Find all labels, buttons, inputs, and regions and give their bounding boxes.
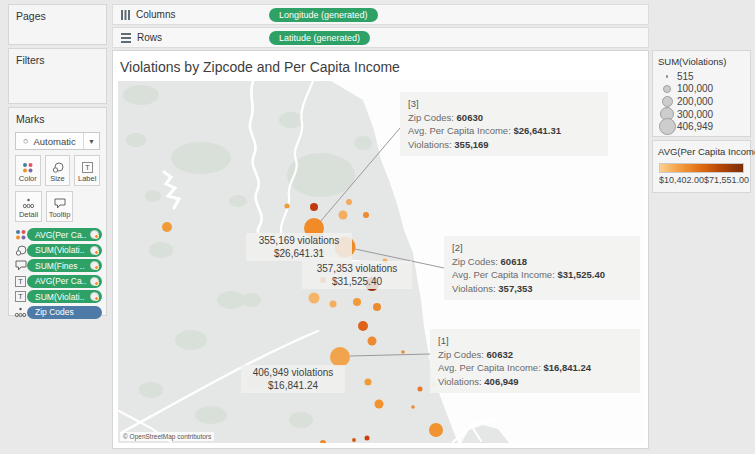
mark-type-label: Automatic	[33, 136, 83, 147]
zipcode-bubble[interactable]	[365, 379, 372, 386]
color-legend-card[interactable]: AVG(Per Capita Income) $10,402.00 $71,55…	[652, 140, 751, 193]
zipcode-bubble[interactable]	[411, 405, 415, 409]
size-legend-card[interactable]: SUM(Violations) 515100,000200,000300,000…	[652, 50, 751, 137]
blend-indicator-icon	[90, 292, 99, 301]
marks-pill[interactable]: SUM(Violati..	[27, 290, 102, 303]
rows-label: Rows	[137, 32, 162, 43]
color-icon	[22, 162, 33, 173]
zipcode-bubble[interactable]	[285, 204, 290, 209]
circle-mark-icon: ○	[23, 136, 28, 146]
zipcode-bubble[interactable]	[330, 301, 337, 308]
chevron-down-icon[interactable]: ▼	[83, 133, 99, 149]
marks-pill-row: TAVG(Per Ca..	[9, 274, 106, 290]
zipcode-bubble[interactable]	[310, 203, 318, 211]
zipcode-bubble[interactable]	[309, 293, 320, 304]
marks-pill[interactable]: SUM(Violati..	[27, 244, 102, 257]
detail-icon	[15, 307, 26, 318]
zipcode-bubble[interactable]	[375, 400, 384, 409]
blend-indicator-icon	[90, 246, 99, 255]
color-legend-min: $10,402.00	[659, 175, 704, 185]
mark-label: 355,169 violations$26,641.31	[246, 233, 352, 261]
worksheet: Violations by Zipcode and Per Capita Inc…	[112, 50, 649, 449]
rows-shelf[interactable]: Rows Latitude (generated)	[112, 27, 649, 48]
svg-text:T: T	[18, 293, 23, 302]
zipcode-bubble[interactable]	[339, 211, 348, 220]
label-icon: T	[15, 276, 26, 287]
marks-buttons-row1: ColorSizeTLabel	[15, 155, 100, 186]
columns-pill-longitude[interactable]: Longitude (generated)	[269, 8, 378, 22]
annotation-rank: [1]	[438, 334, 632, 348]
size-legend-item[interactable]: 406,949	[657, 120, 746, 133]
columns-icon	[121, 10, 130, 20]
size-legend-item[interactable]: 515	[657, 70, 746, 83]
detail-icon	[23, 198, 34, 209]
size-legend-dot	[659, 118, 676, 135]
filters-shelf[interactable]: Filters	[8, 48, 107, 104]
tooltip-icon	[54, 198, 66, 209]
blend-indicator-icon	[90, 230, 99, 239]
zipcode-bubble[interactable]	[401, 350, 405, 354]
marks-pill[interactable]: AVG(Per Ca..	[27, 275, 102, 288]
blend-indicator-icon	[90, 277, 99, 286]
size-legend-title: SUM(Violations)	[653, 51, 750, 70]
color-icon	[15, 229, 26, 240]
zipcode-bubble[interactable]	[358, 321, 368, 331]
svg-text:T: T	[18, 277, 23, 286]
zipcode-bubble[interactable]	[373, 303, 381, 311]
color-button[interactable]: Color	[15, 155, 41, 186]
map-view[interactable]: 355,169 violations$26,641.31357,353 viol…	[118, 81, 644, 443]
annotation-box-60632[interactable]: [1]Zip Codes: 60632Avg. Per Capita Incom…	[430, 329, 640, 393]
marks-pills: AVG(Per Ca..SUM(Violati..SUM(Fines ..TAV…	[9, 227, 106, 320]
map-attribution: © OpenStreetMap contributors	[120, 432, 214, 441]
zipcode-bubble[interactable]	[418, 387, 423, 392]
pages-shelf[interactable]: Pages	[8, 4, 107, 45]
rows-icon	[121, 33, 131, 43]
zipcode-bubble[interactable]	[162, 222, 172, 232]
tooltip-icon	[15, 260, 27, 271]
marks-pill[interactable]: SUM(Fines ..	[27, 259, 102, 272]
size-legend-item[interactable]: 100,000	[657, 83, 746, 96]
zipcode-bubble[interactable]	[352, 438, 356, 442]
color-legend-max: $71,551.00	[704, 175, 749, 185]
marks-pill-row: AVG(Per Ca..	[9, 227, 106, 243]
rows-pill-latitude[interactable]: Latitude (generated)	[269, 31, 370, 45]
color-legend-title: AVG(Per Capita Income)	[653, 141, 750, 160]
marks-pill[interactable]: AVG(Per Ca..	[27, 228, 102, 241]
marks-pill-row: TSUM(Violati..	[9, 289, 106, 305]
blend-indicator-icon	[90, 261, 99, 270]
pages-title: Pages	[9, 5, 106, 25]
size-legend-item[interactable]: 200,000	[657, 95, 746, 108]
filters-title: Filters	[9, 49, 106, 69]
zipcode-bubble[interactable]	[365, 436, 370, 441]
size-legend-rows: 515100,000200,000300,000406,949	[653, 70, 750, 133]
tooltip-button[interactable]: Tooltip	[46, 191, 73, 222]
columns-label: Columns	[136, 9, 175, 20]
zipcode-bubble[interactable]	[346, 199, 352, 205]
color-legend-range: $10,402.00 $71,551.00	[653, 175, 750, 185]
marks-buttons-row2: DetailTooltip	[15, 191, 100, 222]
zipcode-bubble[interactable]	[363, 212, 369, 218]
size-legend-dot	[666, 75, 669, 78]
sheet-title: Violations by Zipcode and Per Capita Inc…	[113, 51, 648, 75]
zipcode-bubble[interactable]	[368, 337, 377, 346]
zipcode-bubble[interactable]	[330, 347, 350, 367]
svg-text:T: T	[85, 163, 90, 172]
mark-label: 406,949 violations$16,841.24	[241, 365, 345, 393]
label-icon: T	[82, 162, 93, 173]
detail-button[interactable]: Detail	[15, 191, 42, 222]
size-button[interactable]: Size	[45, 155, 71, 186]
size-icon	[15, 245, 27, 256]
label-button[interactable]: TLabel	[74, 155, 100, 186]
color-gradient-bar	[659, 163, 744, 173]
annotation-rank: [3]	[408, 97, 600, 111]
annotation-box-60630[interactable]: [3]Zip Codes: 60630Avg. Per Capita Incom…	[400, 92, 608, 156]
tableau-window: Pages Filters Marks ○ Automatic ▼ ColorS…	[0, 0, 755, 454]
zipcode-bubble[interactable]	[353, 298, 361, 306]
annotation-box-60618[interactable]: [2]Zip Codes: 60618Avg. Per Capita Incom…	[444, 236, 640, 300]
zipcode-bubble[interactable]	[429, 423, 443, 437]
size-icon	[52, 162, 64, 173]
mark-type-dropdown[interactable]: ○ Automatic ▼	[15, 132, 100, 150]
marks-pill[interactable]: Zip Codes	[27, 306, 102, 319]
marks-card: Marks ○ Automatic ▼ ColorSizeTLabel Deta…	[8, 107, 107, 316]
columns-shelf[interactable]: Columns Longitude (generated)	[112, 4, 649, 25]
